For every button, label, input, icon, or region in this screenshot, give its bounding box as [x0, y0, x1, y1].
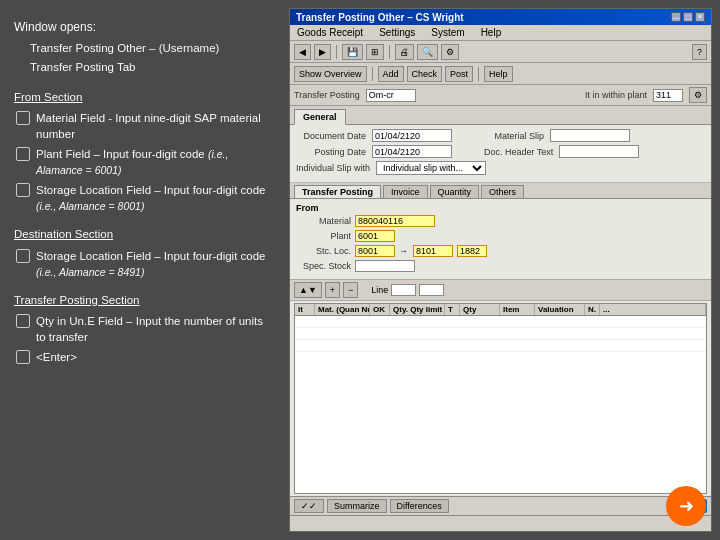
menu-settings[interactable]: Settings	[376, 26, 418, 39]
minimize-button[interactable]: —	[671, 12, 681, 22]
window-title: Transfer Posting Other – (Username)	[30, 40, 271, 57]
from-bullet-2: Plant Field – Input four-digit code (i.e…	[16, 146, 271, 178]
sap-icon-toolbar: ◀ ▶ 💾 ⊞ 🖨 🔍 ⚙ ?	[290, 41, 711, 63]
col-t: T	[445, 304, 460, 315]
tp-plant-label: Plant	[296, 231, 351, 241]
document-date-label: Document Date	[296, 131, 366, 141]
toolbar-back-btn[interactable]: ◀	[294, 44, 311, 60]
col-qty-limit: Qty. Qty limit	[390, 304, 445, 315]
transfer-posting-section-header: Transfer Posting Section	[14, 292, 271, 309]
tp-form: From Material Plant Stc. Loc. → Spec. St…	[290, 199, 711, 279]
toolbar-help-btn[interactable]: ?	[692, 44, 707, 60]
sep-3	[372, 67, 373, 81]
sap-statusbar	[290, 515, 711, 531]
tp-specstock-input[interactable]	[355, 260, 415, 272]
tp-sloc-to-input[interactable]	[413, 245, 453, 257]
tab-transfer-posting[interactable]: Transfer Posting	[294, 185, 381, 198]
toolbar-sep-2	[389, 45, 390, 59]
sap-titlebar: Transfer Posting Other – CS Wright — □ ✕	[290, 9, 711, 25]
line-label: Line	[371, 285, 388, 295]
transfer-posting-field-label: Transfer Posting	[294, 90, 360, 100]
tab-others[interactable]: Others	[481, 185, 524, 198]
inner-tabs: Transfer Posting Invoice Quantity Others	[290, 183, 711, 199]
subtoolbar-settings-btn[interactable]: ⚙	[689, 87, 707, 103]
col-qty: Qty	[460, 304, 500, 315]
sort-btn[interactable]: ▲▼	[294, 282, 322, 298]
posting-date-input[interactable]	[372, 145, 452, 158]
transfer-posting-tab-label: Transfer Posting Tab	[30, 59, 271, 76]
checkbox-icon-3	[16, 183, 30, 197]
bottom-buttons: ✓✓ Summarize Differences SAP	[290, 496, 711, 515]
material-slip-label: Material Slip	[484, 131, 544, 141]
table-remove-btn[interactable]: −	[343, 282, 358, 298]
form-row-document-date: Document Date Material Slip	[296, 129, 705, 142]
dest-bullet-1: Storage Location Field – Input four-digi…	[16, 248, 271, 280]
doc-header-text-input[interactable]	[559, 145, 639, 158]
show-overview-btn[interactable]: Show Overview	[294, 66, 367, 82]
doc-header-text-label: Doc. Header Text	[484, 147, 553, 157]
tab-general[interactable]: General	[294, 109, 346, 125]
from-bullet-3-text: Storage Location Field – Input four-digi…	[36, 182, 271, 214]
summarize-btn[interactable]: Summarize	[327, 499, 387, 513]
maximize-button[interactable]: □	[683, 12, 693, 22]
from-label: From	[296, 203, 705, 213]
check-btn[interactable]: Check	[407, 66, 443, 82]
nav-next-button[interactable]: ➜	[666, 486, 706, 526]
help-btn-2[interactable]: Help	[484, 66, 513, 82]
instruction-panel: Window opens: Transfer Posting Other – (…	[0, 0, 285, 540]
table-empty-row-3	[295, 340, 706, 352]
individual-slip-label: Individual Slip with	[296, 163, 370, 173]
line-input-2[interactable]	[419, 284, 444, 296]
add-btn[interactable]: Add	[378, 66, 404, 82]
from-bullet-3: Storage Location Field – Input four-digi…	[16, 182, 271, 214]
table-add-btn[interactable]: +	[325, 282, 340, 298]
tp-plant-input[interactable]	[355, 230, 395, 242]
tp-sloc-extra-input[interactable]	[457, 245, 487, 257]
tp-bullet-2-text: <Enter>	[36, 349, 271, 365]
toolbar-forward-btn[interactable]: ▶	[314, 44, 331, 60]
tab-invoice[interactable]: Invoice	[383, 185, 428, 198]
menu-help[interactable]: Help	[478, 26, 505, 39]
toolbar-save-btn[interactable]: 💾	[342, 44, 363, 60]
col-mat: Mat. (Quan Num)	[315, 304, 370, 315]
tp-plant-row: Plant	[296, 230, 705, 242]
transfer-posting-type-input[interactable]	[366, 89, 416, 102]
table-body	[295, 316, 706, 356]
toolbar-settings-btn[interactable]: ⚙	[441, 44, 459, 60]
toolbar-find-btn[interactable]: 🔍	[417, 44, 438, 60]
checkmark-btn[interactable]: ✓✓	[294, 499, 324, 513]
from-bullet-1-text: Material Field - Input nine-digit SAP ma…	[36, 110, 271, 142]
tp-material-input[interactable]	[355, 215, 435, 227]
from-section-header: From Section	[14, 89, 271, 106]
tp-material-label: Material	[296, 216, 351, 226]
tp-specstock-label: Spec. Stock	[296, 261, 351, 271]
it-in-within-plant-input[interactable]	[653, 89, 683, 102]
checkbox-icon-6	[16, 350, 30, 364]
tab-quantity[interactable]: Quantity	[430, 185, 480, 198]
col-n: N.	[585, 304, 600, 315]
menu-goods-receipt[interactable]: Goods Receipt	[294, 26, 366, 39]
col-more: ...	[600, 304, 706, 315]
material-slip-input[interactable]	[550, 129, 630, 142]
post-btn[interactable]: Post	[445, 66, 473, 82]
tp-sloc-from-input[interactable]	[355, 245, 395, 257]
close-button[interactable]: ✕	[695, 12, 705, 22]
sap-form-section: Document Date Material Slip Posting Date…	[290, 125, 711, 183]
dest-bullet-1-text: Storage Location Field – Input four-digi…	[36, 248, 271, 280]
tp-specstock-row: Spec. Stock	[296, 260, 705, 272]
differences-btn[interactable]: Differences	[390, 499, 449, 513]
destination-section-header: Destination Section	[14, 226, 271, 243]
document-date-input[interactable]	[372, 129, 452, 142]
toolbar-print-btn[interactable]: 🖨	[395, 44, 414, 60]
col-it: It	[295, 304, 315, 315]
table-empty-row-2	[295, 328, 706, 340]
table-toolbar: ▲▼ + − Line	[290, 279, 711, 301]
individual-slip-dropdown[interactable]: Individual slip with...	[376, 161, 486, 175]
menu-system[interactable]: System	[428, 26, 467, 39]
checkbox-icon-2	[16, 147, 30, 161]
toolbar-shortcut-btn[interactable]: ⊞	[366, 44, 384, 60]
form-row-individual-slip: Individual Slip with Individual slip wit…	[296, 161, 705, 175]
sap-general-tabs: General	[290, 106, 711, 125]
tp-sloc-arrow: →	[399, 246, 409, 256]
line-input[interactable]	[391, 284, 416, 296]
